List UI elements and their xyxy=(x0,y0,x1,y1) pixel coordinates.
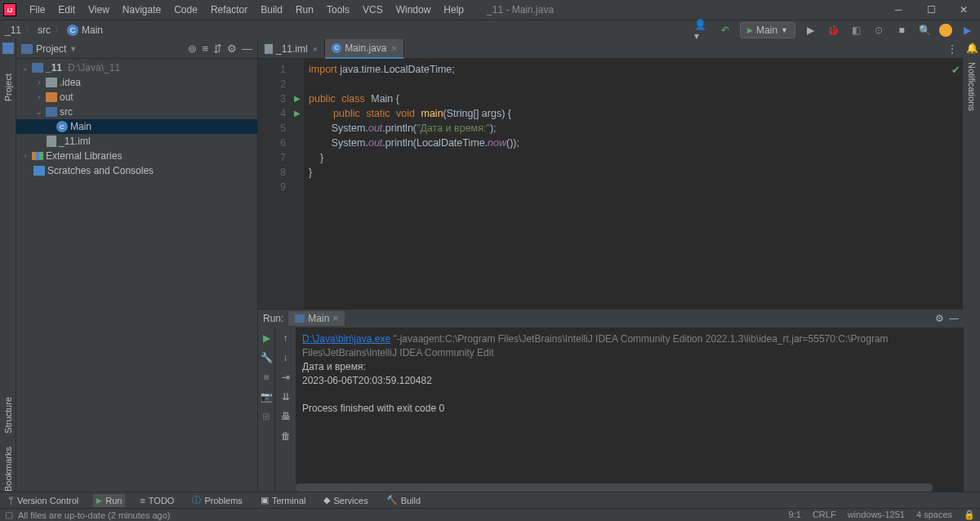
play-icon: ▶ xyxy=(96,497,102,505)
layout-icon[interactable]: ⊞ xyxy=(262,411,270,422)
tab-main[interactable]: C Main.java × xyxy=(325,39,404,59)
indent-setting[interactable]: 4 spaces xyxy=(916,510,952,520)
tab-build[interactable]: 🔨Build xyxy=(383,493,424,507)
minimize-button[interactable]: ─ xyxy=(882,0,915,20)
bookmarks-tool-label[interactable]: Bookmarks xyxy=(3,447,13,492)
menu-window[interactable]: Window xyxy=(390,2,438,18)
inspection-ok-icon[interactable]: ✔ xyxy=(951,64,960,76)
tree-out[interactable]: › out xyxy=(16,90,257,105)
close-icon[interactable]: × xyxy=(391,43,396,53)
tab-run[interactable]: ▶Run xyxy=(93,494,125,507)
project-icon xyxy=(21,44,33,54)
sidebar-title[interactable]: Project ▼ xyxy=(21,43,77,55)
stop-icon[interactable]: ■ xyxy=(263,372,269,383)
breadcrumb-file[interactable]: Main xyxy=(82,24,103,36)
exe-link[interactable]: D:\Java\bin\java.exe xyxy=(302,333,390,345)
print-icon[interactable]: 🖶 xyxy=(281,411,291,422)
tab-todo[interactable]: ≡TODO xyxy=(136,494,177,507)
console-line: 2023-06-06T20:03:59.120482 xyxy=(302,374,957,388)
trash-icon[interactable]: 🗑 xyxy=(281,430,291,442)
user-add-icon[interactable]: 👤▾ xyxy=(694,22,710,38)
horizontal-scrollbar[interactable] xyxy=(296,483,933,492)
hide-icon[interactable]: — xyxy=(949,313,959,324)
bottom-tool-tabs: ᛘVersion Control ▶Run ≡TODO ⓘProblems ▣T… xyxy=(0,492,980,508)
coverage-button[interactable]: ◧ xyxy=(848,22,864,38)
up-icon[interactable]: ↑ xyxy=(283,332,288,344)
breadcrumb-root[interactable]: _11 xyxy=(5,24,21,36)
sidebar-title-text: Project xyxy=(36,43,66,55)
back-arrow-icon[interactable]: ↶ xyxy=(717,22,733,38)
menu-view[interactable]: View xyxy=(82,2,116,18)
rerun-icon[interactable]: ▶ xyxy=(263,332,270,344)
tree-ext-libs[interactable]: › External Libraries xyxy=(16,149,257,163)
notifications-tool-label[interactable]: Notifications xyxy=(967,59,977,114)
tree-scratches[interactable]: Scratches and Consoles xyxy=(16,163,257,178)
tree-src[interactable]: ⌄ src xyxy=(16,105,257,119)
hide-icon[interactable]: — xyxy=(242,42,252,55)
tab-services[interactable]: ◆Services xyxy=(320,493,371,507)
run-gutter-icon[interactable]: ▶ xyxy=(291,106,304,121)
editor-tabs: _11.iml × C Main.java × ⋮ xyxy=(258,39,964,59)
cursor-position[interactable]: 9:1 xyxy=(789,510,801,520)
run-tool-window: Run: Main × ⚙ — ▶ 🔧 ■ 📷 ⊞ xyxy=(258,309,964,492)
tab-version-control[interactable]: ᛘVersion Control xyxy=(5,494,82,507)
close-button[interactable]: ✕ xyxy=(947,0,980,20)
menu-build[interactable]: Build xyxy=(254,2,289,18)
tool-icon[interactable]: 🔧 xyxy=(261,352,273,363)
run-gutter-icon[interactable]: ▶ xyxy=(291,91,304,106)
class-icon: C xyxy=(67,24,78,36)
collapse-icon[interactable]: ⇵ xyxy=(213,42,222,55)
close-icon[interactable]: × xyxy=(332,313,338,324)
run-tab[interactable]: Main × xyxy=(288,311,345,326)
down-icon[interactable]: ↓ xyxy=(283,352,288,363)
menu-navigate[interactable]: Navigate xyxy=(116,2,167,18)
tree-main[interactable]: C Main xyxy=(16,119,257,134)
bell-icon[interactable]: 🔔 xyxy=(966,42,978,54)
structure-tool-label[interactable]: Structure xyxy=(3,397,13,434)
menu-edit[interactable]: Edit xyxy=(51,2,82,18)
code-content[interactable]: import java.time.LocalDateTime; public c… xyxy=(304,59,964,309)
debug-button[interactable]: 🐞 xyxy=(825,22,841,38)
search-icon[interactable]: 🔍 xyxy=(916,22,933,38)
ide-settings-icon[interactable]: ▶ xyxy=(959,22,975,38)
tab-problems[interactable]: ⓘProblems xyxy=(189,492,245,508)
tree-idea[interactable]: › .idea xyxy=(16,75,257,90)
editor-area: _11.iml × C Main.java × ⋮ 123 456 789 ▶ … xyxy=(258,39,964,492)
camera-icon[interactable]: 📷 xyxy=(261,391,273,403)
close-icon[interactable]: × xyxy=(313,44,318,54)
wrap-icon[interactable]: ⇥ xyxy=(282,372,290,383)
target-icon[interactable]: ⊚ xyxy=(188,42,197,55)
breadcrumb-folder[interactable]: src xyxy=(38,24,51,36)
profiler-button[interactable]: ⊙ xyxy=(871,22,887,38)
menu-refactor[interactable]: Refactor xyxy=(204,2,254,18)
menu-tools[interactable]: Tools xyxy=(320,2,356,18)
menu-code[interactable]: Code xyxy=(167,2,204,18)
status-square-icon[interactable]: ▢ xyxy=(5,510,13,520)
menu-file[interactable]: File xyxy=(23,2,51,18)
tree-iml[interactable]: _11.iml xyxy=(16,134,257,149)
file-encoding[interactable]: windows-1251 xyxy=(848,510,905,520)
tab-iml[interactable]: _11.iml × xyxy=(258,39,325,59)
update-available-icon[interactable] xyxy=(939,24,952,37)
lock-icon[interactable]: 🔒 xyxy=(964,510,975,520)
run-button[interactable]: ▶ xyxy=(802,22,818,38)
project-tool-label[interactable]: Project xyxy=(3,70,13,105)
menu-run[interactable]: Run xyxy=(289,2,320,18)
run-config-selector[interactable]: ▶ Main ▼ xyxy=(740,22,795,38)
stop-button[interactable]: ■ xyxy=(893,22,910,38)
tree-root[interactable]: ⌄ _11 D:\Java\_11 xyxy=(16,60,257,75)
scroll-icon[interactable]: ⇊ xyxy=(282,391,290,403)
console-output[interactable]: D:\Java\bin\java.exe "-javaagent:C:\Prog… xyxy=(296,327,964,492)
expand-icon[interactable]: ≡ xyxy=(202,42,208,55)
gear-icon[interactable]: ⚙ xyxy=(935,313,944,324)
tab-options-icon[interactable]: ⋮ xyxy=(947,43,964,55)
gear-icon[interactable]: ⚙ xyxy=(227,42,237,55)
project-tool-icon[interactable] xyxy=(2,42,14,54)
code-editor[interactable]: 123 456 789 ▶ ▶ import java.time.LocalDa… xyxy=(258,59,964,309)
maximize-button[interactable]: ☐ xyxy=(915,0,947,20)
menu-help[interactable]: Help xyxy=(437,2,470,18)
menu-vcs[interactable]: VCS xyxy=(356,2,390,18)
line-separator[interactable]: CRLF xyxy=(813,510,836,520)
run-left-toolbar-2: ↑ ↓ ⇥ ⇊ 🖶 🗑 xyxy=(274,327,296,492)
tab-terminal[interactable]: ▣Terminal xyxy=(257,493,310,507)
